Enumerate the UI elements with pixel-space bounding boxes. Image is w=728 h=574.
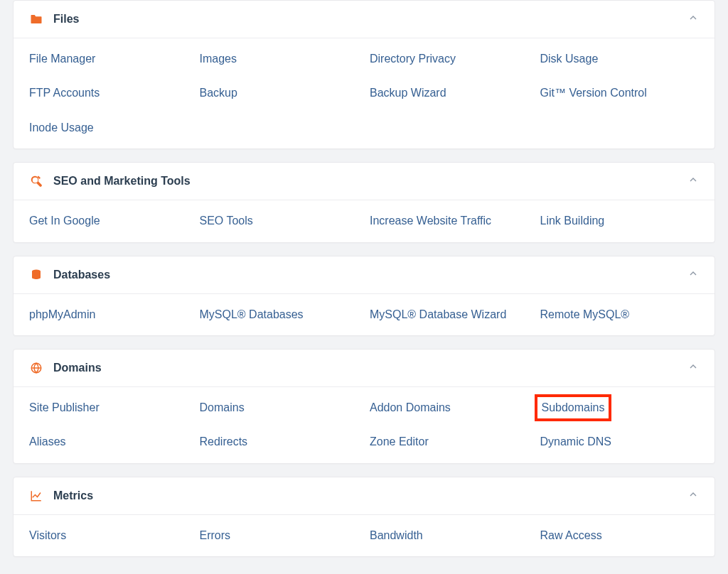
item-visitors[interactable]: Visitors	[29, 528, 188, 543]
chart-icon	[29, 489, 43, 503]
panel-seo: SEO and Marketing Tools Get In Google SE…	[13, 162, 715, 242]
item-phpmyadmin[interactable]: phpMyAdmin	[29, 307, 188, 323]
panel-metrics: Metrics Visitors Errors Bandwidth Raw Ac…	[13, 477, 715, 557]
panel-title: Databases	[53, 269, 687, 281]
item-backup[interactable]: Backup	[200, 85, 359, 101]
folder-icon	[29, 12, 43, 26]
item-site-publisher[interactable]: Site Publisher	[29, 400, 188, 416]
chevron-up-icon	[687, 489, 699, 503]
chevron-up-icon	[687, 12, 699, 26]
panel-files: Files File Manager Images Directory Priv…	[13, 0, 715, 149]
item-errors[interactable]: Errors	[200, 528, 359, 543]
item-aliases[interactable]: Aliases	[29, 434, 188, 450]
panel-header-files[interactable]: Files	[14, 1, 714, 38]
item-file-manager[interactable]: File Manager	[29, 51, 188, 67]
item-images[interactable]: Images	[200, 51, 359, 67]
item-get-in-google[interactable]: Get In Google	[29, 213, 188, 229]
item-addon-domains[interactable]: Addon Domains	[370, 400, 529, 416]
item-link-building[interactable]: Link Building	[540, 213, 700, 229]
item-mysql-databases[interactable]: MySQL® Databases	[200, 307, 359, 323]
panel-body-files: File Manager Images Directory Privacy Di…	[14, 38, 714, 148]
database-icon	[29, 268, 43, 282]
item-mysql-database-wizard[interactable]: MySQL® Database Wizard	[370, 307, 529, 323]
item-directory-privacy[interactable]: Directory Privacy	[370, 51, 529, 67]
item-dynamic-dns[interactable]: Dynamic DNS	[540, 434, 700, 450]
panel-title: Metrics	[53, 489, 687, 502]
item-git-version-control[interactable]: Git™ Version Control	[540, 85, 700, 101]
item-inode-usage[interactable]: Inode Usage	[29, 120, 188, 136]
globe-icon	[29, 361, 43, 375]
panel-header-domains[interactable]: Domains	[14, 350, 714, 387]
panel-header-seo[interactable]: SEO and Marketing Tools	[14, 163, 714, 200]
item-ftp-accounts[interactable]: FTP Accounts	[29, 85, 188, 101]
panel-title: SEO and Marketing Tools	[53, 175, 687, 188]
panel-header-databases[interactable]: Databases	[14, 256, 714, 294]
panel-title: Files	[53, 13, 687, 26]
item-increase-website-traffic[interactable]: Increase Website Traffic	[370, 213, 529, 229]
item-disk-usage[interactable]: Disk Usage	[540, 51, 700, 67]
tools-icon	[29, 174, 43, 188]
panel-body-metrics: Visitors Errors Bandwidth Raw Access	[14, 515, 714, 556]
panel-body-seo: Get In Google SEO Tools Increase Website…	[14, 200, 714, 242]
chevron-up-icon	[687, 268, 699, 282]
panel-domains: Domains Site Publisher Domains Addon Dom…	[13, 349, 715, 464]
item-backup-wizard[interactable]: Backup Wizard	[370, 85, 529, 101]
item-bandwidth[interactable]: Bandwidth	[370, 528, 529, 543]
item-zone-editor[interactable]: Zone Editor	[370, 434, 529, 450]
item-raw-access[interactable]: Raw Access	[540, 528, 700, 543]
panel-body-domains: Site Publisher Domains Addon Domains Sub…	[14, 387, 714, 463]
panel-databases: Databases phpMyAdmin MySQL® Databases My…	[13, 256, 715, 336]
item-redirects[interactable]: Redirects	[200, 434, 359, 450]
item-remote-mysql[interactable]: Remote MySQL®	[540, 307, 700, 323]
panel-body-databases: phpMyAdmin MySQL® Databases MySQL® Datab…	[14, 294, 714, 335]
item-domains[interactable]: Domains	[200, 400, 359, 416]
item-subdomains[interactable]: Subdomains	[540, 400, 606, 416]
panel-header-metrics[interactable]: Metrics	[14, 477, 714, 515]
item-seo-tools[interactable]: SEO Tools	[200, 213, 359, 229]
chevron-up-icon	[687, 174, 699, 188]
panel-title: Domains	[53, 362, 687, 374]
chevron-up-icon	[687, 361, 699, 375]
